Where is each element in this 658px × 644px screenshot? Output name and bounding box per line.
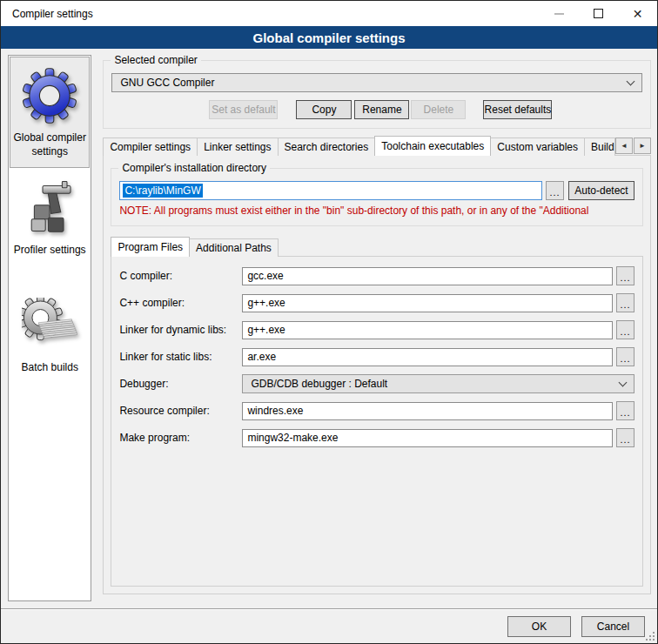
dynamic-linker-label: Linker for dynamic libs: xyxy=(119,324,242,336)
compiler-select-value: GNU GCC Compiler xyxy=(120,77,628,89)
sidebar-item-batch-builds[interactable]: Batch builds xyxy=(10,287,90,384)
install-dir-group: Compiler's installation directory C:\ray… xyxy=(111,168,643,226)
install-dir-input[interactable]: C:\raylib\MinGW xyxy=(119,181,542,200)
compiler-actions: Set as default Copy Rename Delete Reset … xyxy=(111,100,642,119)
ok-button[interactable]: OK xyxy=(507,616,571,637)
static-linker-value: ar.exe xyxy=(247,351,276,363)
static-linker-input[interactable]: ar.exe xyxy=(242,348,613,366)
dynamic-linker-browse-button[interactable]: ... xyxy=(616,320,634,339)
field-row: Resource compiler: windres.exe ... xyxy=(119,401,634,420)
make-program-input[interactable]: mingw32-make.exe xyxy=(242,429,613,447)
resize-grip[interactable] xyxy=(646,632,655,641)
make-program-browse-button[interactable]: ... xyxy=(616,428,634,447)
bin-subdirectory-note: NOTE: All programs must exist either in … xyxy=(119,205,634,217)
resource-compiler-value: windres.exe xyxy=(247,405,303,417)
cancel-button[interactable]: Cancel xyxy=(581,616,645,637)
rename-button[interactable]: Rename xyxy=(354,100,409,119)
tab-compiler-settings[interactable]: Compiler settings xyxy=(103,138,198,156)
c-compiler-value: gcc.exe xyxy=(247,270,283,282)
subtab-program-files[interactable]: Program Files xyxy=(111,237,190,257)
blue-gear-icon xyxy=(22,68,77,124)
tab-toolchain-executables[interactable]: Toolchain executables xyxy=(374,136,491,156)
c-compiler-browse-button[interactable]: ... xyxy=(616,266,634,285)
cpp-compiler-value: g++.exe xyxy=(247,297,285,309)
tab-search-directories[interactable]: Search directories xyxy=(278,138,376,156)
subtab-additional-paths[interactable]: Additional Paths xyxy=(189,238,279,257)
arrow-right-icon: ► xyxy=(639,142,646,150)
dialog-header: Global compiler settings xyxy=(1,26,657,49)
sidebar-item-label: Profiler settings xyxy=(14,244,86,258)
c-compiler-input[interactable]: gcc.exe xyxy=(242,267,613,285)
sidebar-item-label: Batch builds xyxy=(22,361,78,375)
debugger-label: Debugger: xyxy=(119,378,242,390)
resource-compiler-label: Resource compiler: xyxy=(119,405,242,417)
sidebar-item-global-compiler-settings[interactable]: Global compiler settings xyxy=(10,57,90,168)
tab-linker-settings[interactable]: Linker settings xyxy=(197,138,278,156)
programs-subtabs: Program Files Additional Paths xyxy=(111,237,643,257)
dialog-header-title: Global compiler settings xyxy=(252,30,405,45)
dialog-footer: OK Cancel xyxy=(1,608,657,643)
settings-category-list: Global compiler settings Profile xyxy=(8,55,91,601)
gray-gear-stack-icon xyxy=(22,298,77,353)
field-row: Linker for static libs: ar.exe ... xyxy=(119,347,634,366)
close-button[interactable]: ✕ xyxy=(618,1,657,26)
compiler-select[interactable]: GNU GCC Compiler xyxy=(111,73,642,92)
install-dir-value: C:\raylib\MinGW xyxy=(123,184,202,198)
dynamic-linker-value: g++.exe xyxy=(247,324,285,336)
make-program-label: Make program: xyxy=(119,432,242,444)
main-panel: Selected compiler GNU GCC Compiler Set a… xyxy=(103,55,651,608)
selected-compiler-group: Selected compiler GNU GCC Compiler Set a… xyxy=(103,60,651,129)
titlebar: Compiler settings ✕ xyxy=(1,1,657,26)
compiler-settings-window: { "window": { "title": "Compiler setting… xyxy=(0,0,658,644)
cpp-compiler-input[interactable]: g++.exe xyxy=(242,294,613,312)
chevron-down-icon xyxy=(619,378,628,386)
install-dir-legend: Compiler's installation directory xyxy=(118,162,270,174)
static-linker-browse-button[interactable]: ... xyxy=(616,347,634,366)
tab-scroll-arrows: ◄ ► xyxy=(615,138,651,154)
minimize-icon xyxy=(554,13,564,15)
program-files-page: C compiler: gcc.exe ... C++ compiler: g+… xyxy=(111,256,643,587)
make-program-value: mingw32-make.exe xyxy=(247,432,338,444)
install-dir-browse-button[interactable]: ... xyxy=(546,181,564,200)
resource-compiler-input[interactable]: windres.exe xyxy=(242,402,613,420)
tab-custom-variables[interactable]: Custom variables xyxy=(490,138,585,156)
sidebar-item-profiler-settings[interactable]: Profiler settings xyxy=(10,170,90,266)
maximize-icon xyxy=(594,9,603,18)
settings-tabs: Compiler settings Linker settings Search… xyxy=(103,136,651,156)
content: Global compiler settings Profile xyxy=(1,49,657,608)
cpp-compiler-browse-button[interactable]: ... xyxy=(616,293,634,312)
tab-scroll-left-button[interactable]: ◄ xyxy=(615,138,633,154)
field-row: Linker for dynamic libs: g++.exe ... xyxy=(119,320,634,339)
sidebar-item-label: Global compiler settings xyxy=(13,131,86,158)
close-icon: ✕ xyxy=(633,8,643,20)
debugger-value: GDB/CDB debugger : Default xyxy=(251,378,620,390)
tab-build-options[interactable]: Build options xyxy=(584,138,615,156)
field-row: Debugger: GDB/CDB debugger : Default xyxy=(119,374,634,393)
chevron-down-icon xyxy=(627,77,635,85)
c-compiler-label: C compiler: xyxy=(119,270,242,282)
dynamic-linker-input[interactable]: g++.exe xyxy=(242,321,613,339)
selected-compiler-legend: Selected compiler xyxy=(111,54,200,66)
toolchain-executables-page: Compiler's installation directory C:\ray… xyxy=(103,155,651,594)
field-row: C++ compiler: g++.exe ... xyxy=(119,293,634,312)
field-row: C compiler: gcc.exe ... xyxy=(119,266,634,285)
arrow-left-icon: ◄ xyxy=(621,142,628,150)
cpp-compiler-label: C++ compiler: xyxy=(119,297,242,309)
window-controls: ✕ xyxy=(540,1,657,26)
delete-button: Delete xyxy=(411,100,466,119)
window-title: Compiler settings xyxy=(1,8,93,20)
maximize-button[interactable] xyxy=(579,1,618,26)
copy-button[interactable]: Copy xyxy=(296,100,352,119)
install-dir-row: C:\raylib\MinGW ... Auto-detect xyxy=(119,181,634,200)
field-row: Make program: mingw32-make.exe ... xyxy=(119,428,634,447)
tab-scroll-right-button[interactable]: ► xyxy=(634,138,651,154)
minimize-button xyxy=(540,1,579,26)
caliper-icon xyxy=(22,180,77,236)
resource-compiler-browse-button[interactable]: ... xyxy=(616,401,634,420)
debugger-select[interactable]: GDB/CDB debugger : Default xyxy=(242,374,634,393)
static-linker-label: Linker for static libs: xyxy=(119,351,242,363)
set-as-default-button: Set as default xyxy=(209,100,278,119)
auto-detect-button[interactable]: Auto-detect xyxy=(568,181,634,200)
reset-defaults-button[interactable]: Reset defaults xyxy=(483,100,552,119)
